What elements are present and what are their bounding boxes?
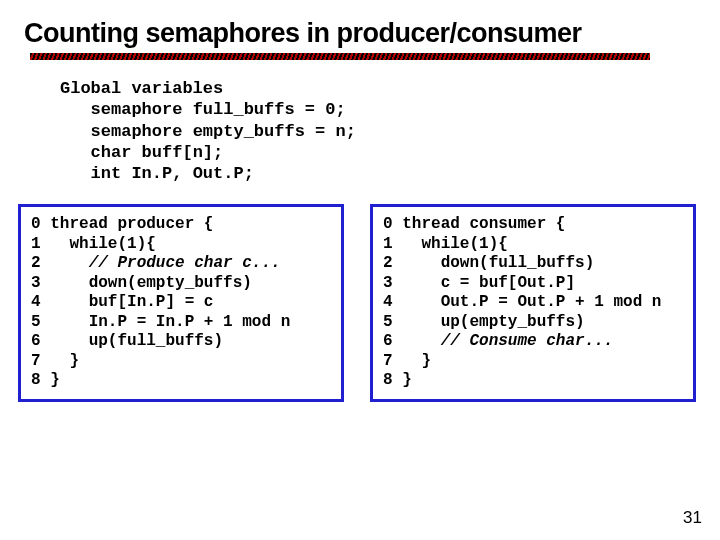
code-line: } [421, 352, 431, 370]
line-num: 5 [383, 313, 393, 331]
slide-title: Counting semaphores in producer/consumer [24, 18, 696, 49]
line-num: 8 [31, 371, 41, 389]
code-line: Out.P = Out.P + 1 mod n [441, 293, 662, 311]
code-line: while(1){ [69, 235, 155, 253]
producer-codebox: 0 thread producer { 1 while(1){ 2 // Pro… [18, 204, 344, 402]
code-line: } [69, 352, 79, 370]
code-line: buf[In.P] = c [89, 293, 214, 311]
line-num: 6 [383, 332, 393, 350]
line-num: 5 [31, 313, 41, 331]
line-num: 3 [31, 274, 41, 292]
code-line: thread consumer { [402, 215, 565, 233]
code-line: } [50, 371, 60, 389]
code-line: up(empty_buffs) [441, 313, 585, 331]
code-line: thread producer { [50, 215, 213, 233]
line-num: 2 [31, 254, 41, 272]
code-columns: 0 thread producer { 1 while(1){ 2 // Pro… [18, 204, 696, 402]
line-num: 1 [31, 235, 41, 253]
line-num: 4 [31, 293, 41, 311]
line-num: 6 [31, 332, 41, 350]
code-line: down(full_buffs) [441, 254, 595, 272]
globals-heading: Global variables [60, 79, 223, 98]
line-num: 1 [383, 235, 393, 253]
code-line: } [402, 371, 412, 389]
title-underline [30, 53, 650, 60]
line-num: 3 [383, 274, 393, 292]
line-num: 8 [383, 371, 393, 389]
line-num: 7 [383, 352, 393, 370]
line-num: 0 [31, 215, 41, 233]
globals-block: Global variables semaphore full_buffs = … [60, 78, 696, 184]
code-comment: // Consume char... [441, 332, 614, 350]
code-line: c = buf[Out.P] [441, 274, 575, 292]
globals-line-4: int In.P, Out.P; [91, 164, 254, 183]
code-line: down(empty_buffs) [89, 274, 252, 292]
slide: Counting semaphores in producer/consumer… [0, 0, 720, 540]
code-line: up(full_buffs) [89, 332, 223, 350]
code-line: In.P = In.P + 1 mod n [89, 313, 291, 331]
line-num: 7 [31, 352, 41, 370]
code-comment: // Produce char c... [89, 254, 281, 272]
line-num: 4 [383, 293, 393, 311]
consumer-codebox: 0 thread consumer { 1 while(1){ 2 down(f… [370, 204, 696, 402]
globals-line-1: semaphore full_buffs = 0; [91, 100, 346, 119]
globals-line-2: semaphore empty_buffs = n; [91, 122, 356, 141]
globals-line-3: char buff[n]; [91, 143, 224, 162]
page-number: 31 [683, 508, 702, 528]
line-num: 2 [383, 254, 393, 272]
line-num: 0 [383, 215, 393, 233]
code-line: while(1){ [421, 235, 507, 253]
